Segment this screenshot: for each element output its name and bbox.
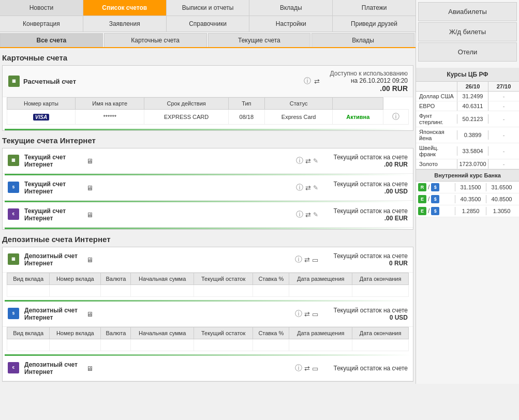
monitor-icon-usd[interactable]: 🖥: [86, 184, 93, 192]
deposit-monitor-usd[interactable]: 🖥: [86, 310, 93, 318]
deposit-transfer-rur[interactable]: ⇄: [304, 256, 310, 264]
deposit-info-eur[interactable]: ⓘ: [295, 364, 302, 373]
nav-accounts-list[interactable]: Список счетов: [83, 0, 167, 16]
monitor-icon-eur[interactable]: 🖥: [86, 211, 93, 219]
nav-settings[interactable]: Настройки: [249, 16, 333, 32]
monitor-icon-rur[interactable]: 🖥: [86, 157, 93, 165]
hotels-button[interactable]: Отели: [418, 42, 517, 62]
deposit-balance-amount-usd: 0 USD: [334, 314, 408, 321]
deposit-info-usd[interactable]: ⓘ: [295, 309, 302, 319]
card-table-wrapper: Номер карты Имя на карте Срок действия Т…: [3, 97, 413, 129]
ir-val2-2: 40.8500: [486, 195, 517, 203]
tab-current-accounts[interactable]: Текущие счета: [208, 33, 311, 47]
ir-slash-1: /: [428, 184, 429, 191]
deposit-transfer-eur[interactable]: ⇄: [304, 365, 310, 372]
card-table-row: VISA ****** EXPRESS CARD 08/18 Express C…: [7, 110, 409, 125]
deposit-icon-rur: ▦: [8, 253, 20, 266]
deposit-name-usd: Депозитный счетИнтернет: [24, 307, 86, 321]
card-account-actions: ⓘ ⇄: [304, 77, 320, 86]
ca-name-eur: Текущий счетИнтернет: [24, 207, 86, 222]
right-panel-buttons: Авиабилеты Ж/д билеты Отели: [416, 0, 519, 65]
deposit-monitor-eur[interactable]: 🖥: [86, 365, 93, 372]
ca-balance-label-usd: Текущий остаток на счете: [334, 181, 408, 188]
current-account-usd: $ Текущий счетИнтернет 🖥 ⓘ ⇄ ✎ Текущий о…: [3, 175, 413, 201]
train-button[interactable]: Ж/д билеты: [418, 22, 517, 41]
rate-usd: Доллар США 31.2499 -: [416, 92, 519, 101]
info-icon-rur[interactable]: ⓘ: [296, 156, 303, 166]
pencil-icon-usd[interactable]: ✎: [313, 184, 318, 191]
deposit-balance-label-usd: Текущий остаток на счете: [334, 307, 408, 314]
usd-account-icon: $: [8, 182, 19, 193]
tab-deposits[interactable]: Вклады: [312, 33, 414, 47]
deposit-balance-rur: Текущий остаток на счете 0 RUR: [334, 252, 408, 267]
card-row-info-icon[interactable]: ⓘ: [392, 112, 399, 121]
d2-col-current: Текущий остаток: [194, 327, 253, 339]
card-visa-logo: VISA: [7, 110, 76, 125]
card-info-action[interactable]: ⓘ: [383, 110, 409, 125]
internal-rates-header: Внутренний курс Банка: [416, 169, 519, 182]
nav-statements[interactable]: Выписки и отчеты: [167, 0, 250, 16]
nav-novosti[interactable]: Новости: [0, 0, 83, 16]
nav-payments[interactable]: Платежи: [333, 0, 416, 16]
d-col-start: Дата размещения: [289, 273, 352, 285]
deposit-name-eur: Депозитный счетИнтернет: [24, 361, 86, 376]
rate-eur-val2: -: [488, 101, 519, 111]
deposit-rur-header: ▦ Депозитный счетИнтернет 🖥 ⓘ ⇄ ▭ Текущи…: [3, 247, 413, 273]
exchange-rates-header: Курсы ЦБ РФ: [416, 68, 519, 82]
rate-usd-val1: 31.2499: [457, 92, 488, 101]
rate-gbp-val1: 50.2123: [457, 114, 488, 124]
d-col-type: Вид вклада: [7, 273, 50, 285]
rate-gold-val2: -: [488, 159, 519, 169]
transfer-icon-eur[interactable]: ⇄: [305, 211, 311, 219]
d-col-initial: Начальная сумма: [131, 273, 194, 285]
info-icon-usd[interactable]: ⓘ: [296, 183, 303, 192]
sep-eur: [5, 228, 411, 229]
active-status-badge: Активна: [346, 114, 369, 120]
d2-col-initial: Начальная сумма: [131, 327, 194, 339]
col-type: Тип: [228, 98, 264, 110]
deposit-balance-amount-rur: 0 RUR: [334, 260, 408, 267]
deposit-usd-wrapper: $ Депозитный счетИнтернет 🖥 ⓘ ⇄ ▭ Текущи…: [3, 302, 413, 356]
tab-all-accounts[interactable]: Все счета: [0, 33, 103, 47]
ca-icon-rur: ▦: [8, 155, 20, 167]
card-accounts-title: Карточные счета: [2, 53, 413, 62]
ir-icon-blue-1: $: [431, 183, 439, 191]
pencil-icon-eur[interactable]: ✎: [313, 211, 318, 218]
col-expiry: Срок действия: [144, 98, 228, 110]
card-number-cell: ******: [76, 110, 144, 125]
nav-conversion[interactable]: Конвертация: [0, 16, 83, 32]
avia-button[interactable]: Авиабилеты: [418, 2, 517, 21]
pencil-icon-rur[interactable]: ✎: [313, 157, 318, 164]
deposit-print-usd[interactable]: ▭: [312, 310, 318, 318]
deposit-transfer-usd[interactable]: ⇄: [304, 310, 310, 318]
rate-usd-val2: -: [488, 92, 519, 101]
deposit-print-eur[interactable]: ▭: [312, 365, 318, 372]
current-account-rur: ▦ Текущий счетИнтернет 🖥 ⓘ ⇄ ✎ Текущий о…: [3, 148, 413, 174]
deposit-print-rur[interactable]: ▭: [312, 256, 318, 264]
nav-applications[interactable]: Заявления: [83, 16, 167, 32]
deposit-table-usd-wrapper: Вид вклада Номер вклада Валюта Начальная…: [3, 327, 413, 354]
transfer-icon[interactable]: ⇄: [314, 78, 320, 85]
account-tabs: Все счета Карточные счета Текущие счета …: [0, 33, 416, 48]
deposit-monitor-rur[interactable]: 🖥: [86, 256, 93, 264]
nav-deposits[interactable]: Вклады: [249, 0, 333, 16]
ir-slash-3: /: [428, 207, 429, 215]
d2-col-start: Дата размещения: [289, 327, 352, 339]
nav-references[interactable]: Справочники: [167, 16, 250, 32]
ca-icon-usd: $: [8, 182, 20, 194]
ir-icon-green-2: E: [418, 195, 426, 203]
deposit-rur-icon: ▦: [8, 253, 19, 265]
col-action: [333, 98, 383, 110]
info-icon[interactable]: ⓘ: [304, 77, 311, 86]
ir-val2-1: 31.6500: [486, 183, 517, 191]
nav-referral[interactable]: Приведи друзей: [333, 16, 416, 32]
deposit-accounts-block: ▦ Депозитный счетИнтернет 🖥 ⓘ ⇄ ▭ Текущи…: [2, 247, 413, 382]
transfer-icon-rur[interactable]: ⇄: [305, 157, 311, 165]
deposit-info-rur[interactable]: ⓘ: [295, 255, 302, 264]
info-icon-eur[interactable]: ⓘ: [296, 210, 303, 219]
tab-card-accounts[interactable]: Карточные счета: [104, 33, 207, 47]
ca-balance-eur: Текущий остаток на счете .00 EUR: [334, 207, 408, 222]
deposit-icon-usd: $: [8, 308, 20, 320]
transfer-icon-usd[interactable]: ⇄: [305, 184, 311, 192]
card-date: на 26.10.2012 09:20: [330, 77, 408, 84]
